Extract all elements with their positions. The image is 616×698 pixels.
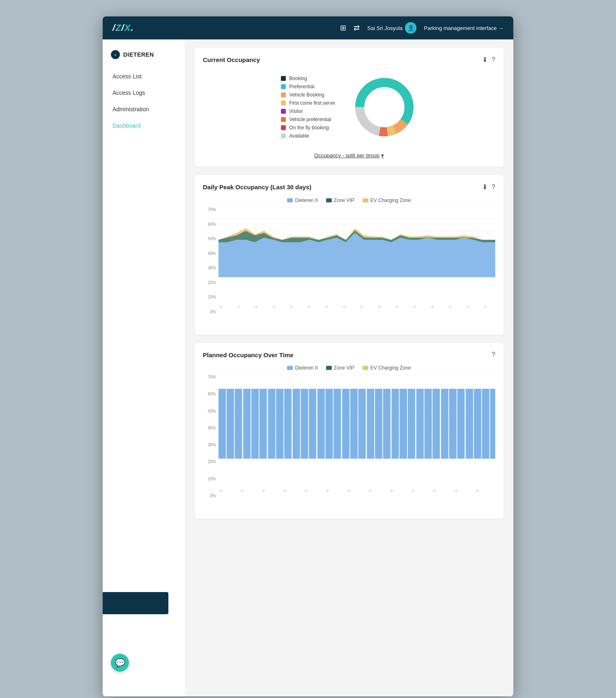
chevron-down-icon: ▾ <box>381 152 384 158</box>
occupancy-title: Current Occupancy <box>203 56 260 63</box>
legend-color-planned-ev <box>363 366 368 370</box>
split-group-link[interactable]: Occupancy - split per group ▾ <box>314 152 384 158</box>
svg-rect-31 <box>293 389 300 459</box>
legend-item-booking: Booking <box>281 76 335 81</box>
sidebar-header: ‹ DIETEREN <box>103 44 185 64</box>
legend-item-on-the-fly: On the fly booking <box>281 125 335 131</box>
svg-rect-34 <box>317 389 317 459</box>
legend-color-on-the-fly <box>281 125 286 130</box>
header: /Z/X. ⊞ ⇄ Sai Sri Josyula 👤 Parking mana… <box>103 16 513 39</box>
sidebar-location: DIETEREN <box>123 51 154 58</box>
sidebar: ‹ DIETEREN Access List Access Logs Admin… <box>103 39 185 696</box>
legend-item-available: Available <box>281 133 335 139</box>
download-icon[interactable]: ⬇ <box>482 56 487 64</box>
svg-rect-58 <box>465 389 466 459</box>
planned-legend: Dieteren II Zone VIP EV Charging Zone <box>203 365 495 371</box>
occupancy-footer: Occupancy - split per group ▾ <box>203 152 495 158</box>
svg-rect-38 <box>342 389 342 459</box>
download-icon-daily[interactable]: ⬇ <box>482 183 487 191</box>
sidebar-item-administration[interactable]: Administration <box>103 101 185 117</box>
svg-rect-32 <box>301 389 308 459</box>
daily-peak-legend: Dieteren II Zone VIP EV Charging Zone <box>203 197 495 203</box>
username: Sai Sri Josyula <box>367 25 402 31</box>
svg-rect-62 <box>490 389 495 459</box>
legend-planned-dieteren: Dieteren II <box>287 365 317 371</box>
sidebar-item-access-list[interactable]: Access List <box>103 68 185 85</box>
legend-color-zone-vip <box>326 198 332 202</box>
donut-legend: Booking Preferential Vehicle Booking <box>281 76 335 139</box>
planned-header: Planned Occupancy Over Time ? <box>203 351 495 358</box>
svg-rect-49 <box>408 389 415 459</box>
legend-color-dieteren <box>287 198 293 202</box>
sidebar-item-access-logs[interactable]: Access Logs <box>103 85 185 101</box>
planned-actions: ? <box>492 351 495 358</box>
svg-rect-51 <box>416 389 424 459</box>
svg-rect-30 <box>292 389 293 459</box>
help-icon-daily[interactable]: ? <box>492 184 495 191</box>
daily-peak-chart <box>218 207 495 289</box>
svg-rect-20 <box>227 389 234 459</box>
legend-color-preferential <box>281 84 286 89</box>
sidebar-item-dashboard[interactable]: Dashboard <box>103 117 185 134</box>
svg-rect-28 <box>276 389 283 459</box>
svg-rect-59 <box>466 389 473 459</box>
daily-peak-card: Daily Peak Occupancy (Last 30 days) ⬇ ? … <box>195 175 503 335</box>
parking-link[interactable]: Parking management interface → <box>424 25 503 31</box>
legend-color-vehicle-pref <box>281 117 286 122</box>
svg-rect-35 <box>317 389 325 459</box>
legend-item-vehicle-booking: Vehicle Booking <box>281 92 335 98</box>
daily-peak-title: Daily Peak Occupancy (Last 30 days) <box>203 184 311 191</box>
svg-rect-54 <box>441 389 441 459</box>
legend-color-vehicle-booking <box>281 92 286 97</box>
daily-peak-chart-wrapper: 70% 60% 50% 40% 30% 20% 10% 0% <box>203 207 495 326</box>
svg-rect-48 <box>400 389 407 459</box>
layout: ‹ DIETEREN Access List Access Logs Admin… <box>103 39 513 696</box>
legend-planned-vip: Zone VIP <box>326 365 354 371</box>
legend-color-available <box>281 133 286 138</box>
legend-item-preferential: Preferential <box>281 84 335 90</box>
logo: /Z/X. <box>113 23 134 33</box>
planned-chart-wrapper: 70% 60% 50% 40% 30% 20% 10% 0% <box>203 375 495 510</box>
donut-chart <box>352 74 417 140</box>
sidebar-nav: Access List Access Logs Administration D… <box>103 64 185 138</box>
svg-rect-26 <box>268 389 268 459</box>
legend-color-booking <box>281 76 286 81</box>
back-button[interactable]: ‹ <box>111 50 120 59</box>
legend-color-planned-dieteren <box>287 366 293 370</box>
user-avatar: 👤 <box>405 22 416 34</box>
user-info: Sai Sri Josyula 👤 <box>367 22 416 34</box>
legend-color-planned-vip <box>326 366 332 370</box>
svg-rect-29 <box>284 389 292 459</box>
svg-rect-55 <box>441 389 448 459</box>
svg-rect-22 <box>243 389 243 459</box>
legend-color-visitor <box>281 109 286 114</box>
svg-rect-46 <box>391 389 392 459</box>
help-icon[interactable]: ? <box>492 56 495 64</box>
svg-rect-50 <box>416 389 416 459</box>
svg-rect-43 <box>367 389 374 459</box>
legend-item-visitor: Visitor <box>281 108 335 114</box>
svg-rect-61 <box>482 389 490 459</box>
svg-rect-44 <box>375 389 382 459</box>
transfer-icon[interactable]: ⇄ <box>354 23 360 32</box>
occupancy-card: Current Occupancy ⬇ ? Booking <box>195 48 503 167</box>
chat-button[interactable]: 💬 <box>111 654 129 672</box>
svg-rect-21 <box>235 389 242 459</box>
legend-item-first-come: First come first serve <box>281 100 335 106</box>
daily-peak-header: Daily Peak Occupancy (Last 30 days) ⬇ ? <box>203 183 495 191</box>
layers-icon[interactable]: ⊞ <box>340 23 346 32</box>
svg-rect-60 <box>474 389 481 459</box>
svg-rect-36 <box>326 389 333 459</box>
main-content: Current Occupancy ⬇ ? Booking <box>185 39 513 696</box>
legend-ev-charging: EV Charging Zone <box>363 197 411 203</box>
y-axis-planned: 70% 60% 50% 40% 30% 20% 10% 0% <box>203 375 218 510</box>
help-icon-planned[interactable]: ? <box>492 351 495 358</box>
svg-rect-39 <box>342 389 349 459</box>
daily-peak-actions: ⬇ ? <box>482 183 495 191</box>
svg-rect-25 <box>260 389 267 459</box>
occupancy-card-header: Current Occupancy ⬇ ? <box>203 56 495 64</box>
app-window: /Z/X. ⊞ ⇄ Sai Sri Josyula 👤 Parking mana… <box>103 16 513 696</box>
svg-rect-47 <box>391 389 399 459</box>
svg-rect-45 <box>383 389 391 459</box>
svg-rect-40 <box>350 389 358 459</box>
